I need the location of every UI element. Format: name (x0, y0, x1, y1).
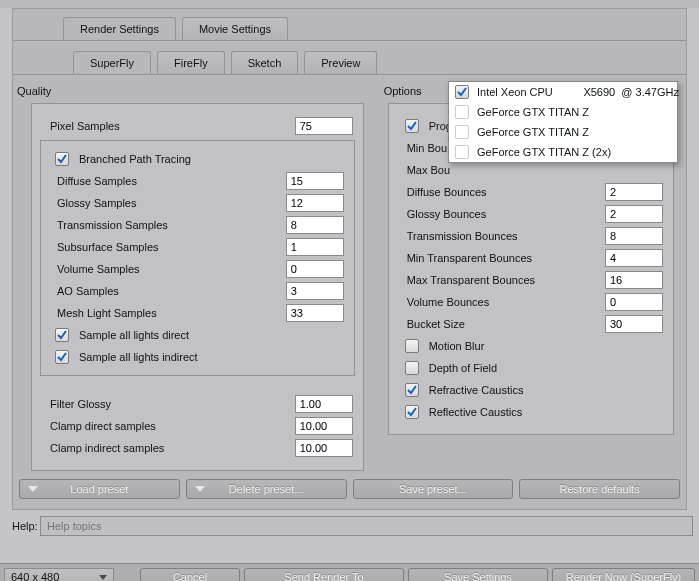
sample-all-direct-label: Sample all lights direct (77, 329, 344, 341)
check-icon (457, 87, 467, 97)
volume-bounces-input[interactable] (605, 293, 663, 311)
device-label: GeForce GTX TITAN Z (477, 126, 671, 138)
glossy-samples-input[interactable] (286, 194, 344, 212)
resolution-value: 640 x 480 (11, 571, 59, 582)
diffuse-samples-input[interactable] (286, 172, 344, 190)
tab-label: Render Settings (80, 23, 159, 35)
tab-preview[interactable]: Preview (304, 51, 377, 74)
device-option[interactable]: GeForce GTX TITAN Z (2x) (449, 142, 677, 162)
renderer-tabs: SuperFly FireFly Sketch Preview (13, 41, 686, 74)
transmission-bounces-input[interactable] (605, 227, 663, 245)
bucket-size-label: Bucket Size (405, 318, 605, 330)
max-transparent-bounces-input[interactable] (605, 271, 663, 289)
button-label: Cancel (173, 571, 207, 582)
tab-label: SuperFly (90, 57, 134, 69)
button-label: Save Settings (444, 571, 512, 582)
button-label: Delete preset... (229, 483, 304, 495)
clamp-direct-input[interactable] (295, 417, 353, 435)
chevron-down-icon (195, 486, 205, 492)
subsurface-samples-input[interactable] (286, 238, 344, 256)
depth-of-field-checkbox[interactable] (405, 361, 419, 375)
button-label: Restore defaults (560, 483, 640, 495)
check-icon (407, 407, 417, 417)
depth-of-field-label: Depth of Field (427, 362, 663, 374)
device-label: GeForce GTX TITAN Z (2x) (477, 146, 671, 158)
sample-all-indirect-label: Sample all lights indirect (77, 351, 344, 363)
options-column: Options Prog Min Bou Max Bou Diffuse Bou… (380, 81, 686, 471)
chevron-down-icon (28, 486, 38, 492)
device-label: GeForce GTX TITAN Z (477, 106, 671, 118)
render-now-button[interactable]: Render Now (SuperFly) (552, 568, 695, 582)
diffuse-bounces-label: Diffuse Bounces (405, 186, 605, 198)
max-transparent-bounces-label: Max Transparent Bounces (405, 274, 605, 286)
device-dropdown[interactable]: Intel Xeon CPU X5690 @ 3.47GHz GeForce G… (448, 81, 678, 163)
refractive-caustics-checkbox[interactable] (405, 383, 419, 397)
device-checkbox[interactable] (455, 145, 469, 159)
tab-label: Sketch (248, 57, 282, 69)
help-input[interactable] (40, 516, 693, 536)
glossy-bounces-label: Glossy Bounces (405, 208, 605, 220)
filter-glossy-input[interactable] (295, 395, 353, 413)
branched-panel: Branched Path Tracing Diffuse Samples Gl… (40, 140, 355, 376)
tab-label: Movie Settings (199, 23, 271, 35)
device-checkbox[interactable] (455, 125, 469, 139)
resolution-dropdown[interactable]: 640 x 480 (4, 568, 114, 582)
min-transparent-bounces-label: Min Transparent Bounces (405, 252, 605, 264)
tab-superfly[interactable]: SuperFly (73, 51, 151, 74)
transmission-samples-input[interactable] (286, 216, 344, 234)
tab-movie-settings[interactable]: Movie Settings (182, 17, 288, 40)
button-label: Render Now (SuperFly) (566, 571, 682, 582)
subsurface-samples-label: Subsurface Samples (55, 241, 286, 253)
check-icon (407, 121, 417, 131)
device-option[interactable]: GeForce GTX TITAN Z (449, 102, 677, 122)
device-option[interactable]: Intel Xeon CPU X5690 @ 3.47GHz (449, 82, 677, 102)
button-label: Load preset (70, 483, 128, 495)
save-preset-button[interactable]: Save preset... (353, 479, 514, 499)
help-bar: Help: (0, 510, 699, 542)
restore-defaults-button[interactable]: Restore defaults (519, 479, 680, 499)
ao-samples-input[interactable] (286, 282, 344, 300)
diffuse-samples-label: Diffuse Samples (55, 175, 286, 187)
preset-buttons: Load preset Delete preset... Save preset… (13, 471, 686, 501)
button-label: Save preset... (399, 483, 467, 495)
check-icon (57, 330, 67, 340)
load-preset-button[interactable]: Load preset (19, 479, 180, 499)
volume-bounces-label: Volume Bounces (405, 296, 605, 308)
reflective-caustics-checkbox[interactable] (405, 405, 419, 419)
volume-samples-input[interactable] (286, 260, 344, 278)
diffuse-bounces-input[interactable] (605, 183, 663, 201)
pixel-samples-label: Pixel Samples (48, 120, 295, 132)
tab-render-settings[interactable]: Render Settings (63, 17, 176, 40)
device-checkbox[interactable] (455, 105, 469, 119)
mesh-light-samples-input[interactable] (286, 304, 344, 322)
tab-firefly[interactable]: FireFly (157, 51, 225, 74)
device-option[interactable]: GeForce GTX TITAN Z (449, 122, 677, 142)
button-label: Send Render To (284, 571, 363, 582)
sample-all-indirect-checkbox[interactable] (55, 350, 69, 364)
clamp-direct-label: Clamp direct samples (48, 420, 295, 432)
pixel-samples-input[interactable] (295, 117, 353, 135)
min-transparent-bounces-input[interactable] (605, 249, 663, 267)
tab-sketch[interactable]: Sketch (231, 51, 299, 74)
sample-all-direct-checkbox[interactable] (55, 328, 69, 342)
delete-preset-button[interactable]: Delete preset... (186, 479, 347, 499)
device-checkbox[interactable] (455, 85, 469, 99)
send-render-to-button[interactable]: Send Render To (244, 568, 404, 582)
clamp-indirect-input[interactable] (295, 439, 353, 457)
bucket-size-input[interactable] (605, 315, 663, 333)
check-icon (57, 352, 67, 362)
save-settings-button[interactable]: Save Settings (408, 568, 548, 582)
glossy-bounces-input[interactable] (605, 205, 663, 223)
clamp-indirect-label: Clamp indirect samples (48, 442, 295, 454)
motion-blur-checkbox[interactable] (405, 339, 419, 353)
max-bounces-label: Max Bou (405, 164, 663, 176)
branched-label: Branched Path Tracing (77, 153, 344, 165)
progressive-checkbox[interactable] (405, 119, 419, 133)
check-icon (407, 385, 417, 395)
transmission-samples-label: Transmission Samples (55, 219, 286, 231)
device-label: Intel Xeon CPU X5690 @ 3.47GHz (477, 86, 679, 98)
branched-checkbox[interactable] (55, 152, 69, 166)
footer-bar: 640 x 480 Cancel Send Render To Save Set… (0, 563, 699, 581)
cancel-button[interactable]: Cancel (140, 568, 240, 582)
dialog-body: Render Settings Movie Settings SuperFly … (12, 8, 687, 510)
